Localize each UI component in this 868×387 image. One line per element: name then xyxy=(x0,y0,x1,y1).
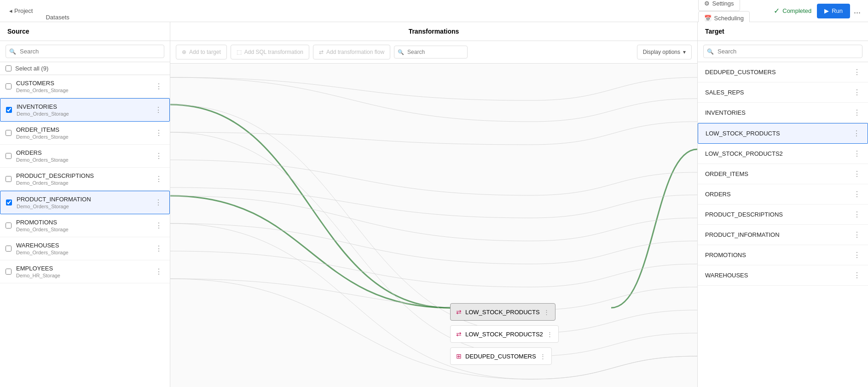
target-item[interactable]: SALES_REPS ⋮ xyxy=(698,82,868,103)
source-item-checkbox[interactable] xyxy=(6,130,12,136)
target-item-menu-icon[interactable]: ⋮ xyxy=(853,210,861,219)
run-label: Run xyxy=(832,7,843,14)
source-item-checkbox[interactable] xyxy=(6,153,12,159)
gear-button[interactable]: ⚙Settings xyxy=(698,0,740,11)
target-search-input[interactable] xyxy=(703,45,862,58)
source-item-menu-icon[interactable]: ⋮ xyxy=(153,174,164,184)
target-item-menu-icon[interactable]: ⋮ xyxy=(853,170,861,178)
source-item-menu-icon[interactable]: ⋮ xyxy=(153,243,164,254)
dedup-icon: ⊞ xyxy=(456,352,462,360)
source-item-storage: Demo_Orders_Storage xyxy=(16,134,153,140)
target-item-name: PROMOTIONS xyxy=(705,252,853,258)
source-item-checkbox[interactable] xyxy=(6,269,12,275)
source-item[interactable]: ORDER_ITEMS Demo_Orders_Storage ⋮ xyxy=(0,122,170,145)
source-item-checkbox[interactable] xyxy=(6,199,12,205)
source-item-storage: Demo_HR_Storage xyxy=(16,273,153,278)
source-item-menu-icon[interactable]: ⋮ xyxy=(153,128,164,138)
more-button[interactable]: ... xyxy=(852,4,862,18)
source-item-menu-icon[interactable]: ⋮ xyxy=(153,105,164,115)
source-item[interactable]: EMPLOYEES Demo_HR_Storage ⋮ xyxy=(0,260,170,283)
target-item-name: WAREHOUSES xyxy=(705,272,853,279)
source-item-checkbox[interactable] xyxy=(6,223,12,229)
source-item[interactable]: ORDERS Demo_Orders_Storage ⋮ xyxy=(0,145,170,168)
source-item-storage: Demo_Orders_Storage xyxy=(16,88,153,93)
nav-tab-transform[interactable]: Transform xyxy=(38,0,80,7)
target-item-menu-icon[interactable]: ⋮ xyxy=(853,108,861,117)
node-menu-icon[interactable]: ⋮ xyxy=(544,309,550,316)
back-button[interactable]: ◂ Project xyxy=(6,6,36,16)
transform-search-container: 🔍 xyxy=(394,46,468,59)
add-sql-label: Add SQL transformation xyxy=(244,49,303,55)
transform-panel: Transformations ⊕ Add to target ⬚ Add SQ… xyxy=(170,22,698,387)
run-button[interactable]: ▶ Run xyxy=(817,4,850,18)
action-label: Scheduling xyxy=(714,15,744,22)
transform-node-deduped_customers[interactable]: ⊞ DEDUPED_CUSTOMERS ⋮ xyxy=(450,347,552,365)
transform-search-input[interactable] xyxy=(394,46,468,59)
source-item-checkbox[interactable] xyxy=(6,176,12,182)
source-item-name: PRODUCT_INFORMATION xyxy=(17,196,153,203)
target-item[interactable]: WAREHOUSES ⋮ xyxy=(698,265,868,286)
source-item-menu-icon[interactable]: ⋮ xyxy=(153,81,164,92)
node-menu-icon[interactable]: ⋮ xyxy=(547,331,553,338)
source-search-container: 🔍 xyxy=(0,41,170,62)
add-to-target-label: Add to target xyxy=(189,49,221,55)
source-item[interactable]: PRODUCT_DESCRIPTIONS Demo_Orders_Storage… xyxy=(0,168,170,191)
source-item[interactable]: INVENTORIES Demo_Orders_Storage ⋮ xyxy=(0,98,170,122)
source-item-name: CUSTOMERS xyxy=(16,80,153,87)
target-title: Target xyxy=(698,22,868,41)
add-flow-button[interactable]: ⇄ Add transformation flow xyxy=(313,45,390,59)
target-item-name: DEDUPED_CUSTOMERS xyxy=(705,69,853,76)
target-item[interactable]: PRODUCT_DESCRIPTIONS ⋮ xyxy=(698,205,868,225)
source-item-checkbox[interactable] xyxy=(6,83,12,89)
target-item-menu-icon[interactable]: ⋮ xyxy=(853,271,861,280)
target-item-menu-icon[interactable]: ⋮ xyxy=(853,129,860,138)
target-item-menu-icon[interactable]: ⋮ xyxy=(853,230,861,239)
target-item[interactable]: LOW_STOCK_PRODUCTS ⋮ xyxy=(698,123,868,144)
transform-node-low_stock_products2[interactable]: ⇄ LOW_STOCK_PRODUCTS2 ⋮ xyxy=(450,325,559,343)
chevron-down-icon: ▾ xyxy=(683,49,686,55)
target-item-name: LOW_STOCK_PRODUCTS2 xyxy=(705,150,853,157)
add-to-target-button[interactable]: ⊕ Add to target xyxy=(176,45,227,59)
target-item[interactable]: INVENTORIES ⋮ xyxy=(698,103,868,123)
source-item-menu-icon[interactable]: ⋮ xyxy=(153,197,164,208)
target-item-menu-icon[interactable]: ⋮ xyxy=(853,68,861,76)
select-all-row: Select all (9) xyxy=(0,62,170,75)
add-sql-button[interactable]: ⬚ Add SQL transformation xyxy=(231,45,309,59)
source-item-checkbox[interactable] xyxy=(6,246,12,252)
transform-node-low_stock_products[interactable]: ⇄ LOW_STOCK_PRODUCTS ⋮ xyxy=(450,303,556,321)
target-item[interactable]: PROMOTIONS ⋮ xyxy=(698,245,868,265)
source-list: CUSTOMERS Demo_Orders_Storage ⋮ INVENTOR… xyxy=(0,75,170,387)
source-search-input[interactable] xyxy=(6,45,164,58)
search-icon: 🔍 xyxy=(9,48,16,55)
source-item-name: ORDERS xyxy=(16,149,153,156)
source-item[interactable]: PROMOTIONS Demo_Orders_Storage ⋮ xyxy=(0,214,170,237)
target-list: DEDUPED_CUSTOMERS ⋮ SALES_REPS ⋮ INVENTO… xyxy=(698,62,868,387)
target-item[interactable]: LOW_STOCK_PRODUCTS2 ⋮ xyxy=(698,144,868,164)
source-item-menu-icon[interactable]: ⋮ xyxy=(153,151,164,161)
gear-icon: ⚙ xyxy=(704,0,710,7)
source-item[interactable]: PRODUCT_INFORMATION Demo_Orders_Storage … xyxy=(0,191,170,214)
source-item-checkbox[interactable] xyxy=(6,107,12,113)
target-item[interactable]: ORDER_ITEMS ⋮ xyxy=(698,164,868,184)
source-item[interactable]: CUSTOMERS Demo_Orders_Storage ⋮ xyxy=(0,75,170,98)
source-title: Source xyxy=(0,22,170,41)
target-item-menu-icon[interactable]: ⋮ xyxy=(853,251,861,259)
node-menu-icon[interactable]: ⋮ xyxy=(540,353,546,360)
target-item[interactable]: PRODUCT_INFORMATION ⋮ xyxy=(698,225,868,245)
node-label: LOW_STOCK_PRODUCTS xyxy=(465,309,540,316)
display-options-button[interactable]: Display options ▾ xyxy=(637,45,692,59)
source-item-menu-icon[interactable]: ⋮ xyxy=(153,266,164,277)
source-item-name: ORDER_ITEMS xyxy=(16,126,153,133)
source-item-name: EMPLOYEES xyxy=(16,265,153,272)
target-item-menu-icon[interactable]: ⋮ xyxy=(853,149,861,158)
add-target-icon: ⊕ xyxy=(182,49,186,55)
target-item-name: SALES_REPS xyxy=(705,89,853,96)
target-item[interactable]: DEDUPED_CUSTOMERS ⋮ xyxy=(698,62,868,82)
target-item-menu-icon[interactable]: ⋮ xyxy=(853,88,861,97)
source-item-storage: Demo_Orders_Storage xyxy=(17,111,153,117)
target-item-menu-icon[interactable]: ⋮ xyxy=(853,190,861,199)
target-item[interactable]: ORDERS ⋮ xyxy=(698,184,868,205)
source-item[interactable]: WAREHOUSES Demo_Orders_Storage ⋮ xyxy=(0,237,170,260)
source-item-menu-icon[interactable]: ⋮ xyxy=(153,220,164,231)
select-all-checkbox[interactable] xyxy=(6,65,12,71)
